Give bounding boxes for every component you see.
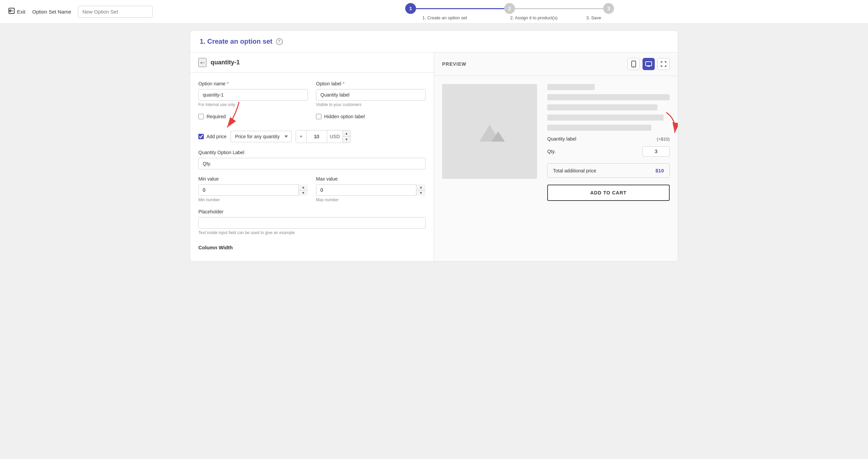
required-label: Required [206,114,226,119]
required-star-label: * [343,81,344,86]
qty-input-row: Qty. [547,146,670,157]
top-bar: Exit Option Set Name 1 2 3 1. Create an … [0,0,868,24]
mobile-icon [631,61,636,67]
desktop-view-button[interactable] [643,58,655,70]
max-spin-up[interactable]: ▲ [416,184,426,190]
placeholder-input[interactable] [198,217,426,229]
price-spinners: ▲ ▼ [342,130,350,143]
add-price-label: Add price [206,134,226,139]
option-name-input[interactable] [198,89,308,101]
qty-option-label-row: Quantity Option Label [198,150,426,169]
min-value-spinner-group: ▲ ▼ [198,184,308,196]
svg-point-4 [633,66,634,66]
preview-section: PREVIEW [434,53,678,261]
max-hint: Max number [316,197,426,202]
price-currency: USD [327,130,343,143]
back-button[interactable]: ← [198,58,206,67]
placeholder-hint: Text inside input field can be used to g… [198,230,426,235]
exit-button[interactable]: Exit [8,7,25,16]
placeholder-col: Placeholder Text inside input field can … [198,209,426,235]
hidden-label-checkbox-row: Hidden option label [316,114,426,119]
exit-icon [8,7,15,16]
min-value-input[interactable] [198,184,308,196]
preview-body: Quantity label (+$10) [434,76,678,209]
price-amount-input[interactable] [307,131,327,142]
option-set-name-label: Option Set Name [32,9,71,15]
option-name-label: Option name * [198,81,308,86]
skeleton-line2 [547,104,657,110]
panel-header: 1. Create an option set ? [190,31,678,53]
max-value-label: Max value [316,176,426,182]
desktop-icon [645,61,652,67]
price-amount-group: + USD ▲ ▼ [296,130,351,143]
max-spin-down[interactable]: ▼ [416,190,426,196]
option-label-hint: Visible to your customers [316,102,426,107]
mountain-placeholder-icon [473,118,507,145]
qty-option-label-col: Quantity Option Label [198,150,426,169]
form-fields: Option name * For internal use only Opti… [190,73,434,261]
total-price-label: Total additional price [553,168,596,173]
expand-icon [661,61,666,67]
max-value-input[interactable] [316,184,426,196]
hidden-label-checkbox[interactable] [316,114,321,119]
stepper: 1 2 3 1. Create an option set 2. Assign … [159,3,860,20]
mobile-view-button[interactable] [628,58,640,70]
placeholder-field-label: Placeholder [198,209,426,214]
option-name-label-row: Option name * For internal use only Opti… [198,81,426,107]
svg-rect-5 [646,62,652,66]
form-section: ← quantity-1 Option name * For internal … [190,53,434,261]
skeleton-line1 [547,94,670,100]
add-price-checkbox[interactable] [198,134,204,139]
red-arrow-annotation-2 [643,109,678,143]
help-icon[interactable]: ? [276,38,283,45]
preview-qty-label: Qty. [547,149,556,154]
placeholder-row: Placeholder Text inside input field can … [198,209,426,235]
min-hint: Min number [198,197,308,202]
preview-label: PREVIEW [442,61,467,67]
min-value-label: Min value [198,176,308,182]
option-label-col: Option label * Visible to your customers [316,81,426,107]
column-width-section: Column Width [198,242,426,250]
total-price-box: Total additional price $10 [547,163,670,178]
hidden-label-group: Hidden option label [316,114,426,125]
add-price-row: Add price Price for any quantity + USD ▲… [198,130,426,143]
option-name-col: Option name * For internal use only [198,81,308,107]
panel-body: ← quantity-1 Option name * For internal … [190,53,678,261]
exit-label: Exit [17,9,25,15]
preview-header: PREVIEW [434,53,678,76]
form-nav-bar: ← quantity-1 [190,53,434,73]
add-to-cart-button[interactable]: ADD TO CART [547,185,670,201]
required-checkbox-row: Required [198,114,308,119]
option-label-label: Option label * [316,81,426,86]
qty-option-label-input[interactable] [198,158,426,169]
form-nav-title: quantity-1 [211,59,240,66]
add-price-checkbox-group: Add price [198,134,226,139]
required-star-name: * [227,81,229,86]
preview-qty-input[interactable] [643,146,670,157]
min-spin-up[interactable]: ▲ [299,184,308,190]
product-details-preview: Quantity label (+$10) [547,84,670,201]
skeleton-title [547,84,595,90]
product-image [442,84,537,179]
column-width-label: Column Width [198,245,426,250]
plus-sign: + [296,130,306,143]
max-value-col: Max value ▲ ▼ Max number [316,176,426,202]
preview-quantity-label: Quantity label [547,136,576,142]
panel-title: 1. Create an option set [200,38,273,45]
expand-button[interactable] [657,58,670,70]
required-checkbox[interactable] [198,114,204,119]
min-spinners: ▲ ▼ [298,184,308,196]
max-spinners: ▲ ▼ [416,184,426,196]
min-value-col: Min value ▲ ▼ Min number [198,176,308,202]
option-set-name-input[interactable] [78,6,153,18]
max-value-spinner-group: ▲ ▼ [316,184,426,196]
required-group: Required [198,114,308,125]
price-spin-up[interactable]: ▲ [343,130,350,137]
qty-option-label-field-label: Quantity Option Label [198,150,426,155]
min-spin-down[interactable]: ▼ [299,190,308,196]
option-label-input[interactable] [316,89,426,101]
view-toggles [628,58,655,70]
price-spin-down[interactable]: ▼ [343,137,350,143]
main-panel: 1. Create an option set ? ← quantity-1 [190,30,678,262]
price-type-dropdown[interactable]: Price for any quantity [231,131,292,142]
